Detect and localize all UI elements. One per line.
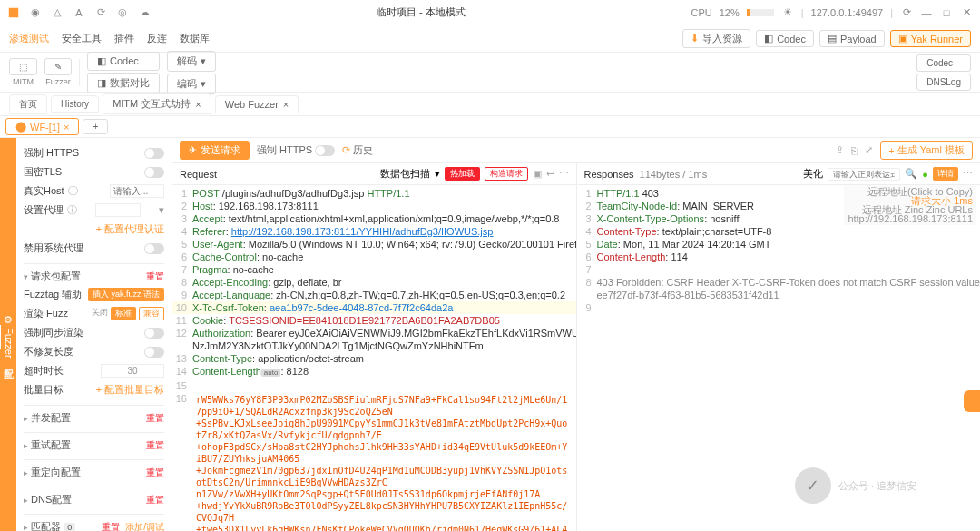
codec-button[interactable]: ◧Codec [756, 30, 814, 47]
batch-target-button[interactable]: + 配置批量目标 [96, 383, 164, 397]
expand-icon[interactable]: ⤢ [865, 144, 873, 156]
menu-sectools[interactable]: 安全工具 [62, 32, 102, 45]
real-host-input[interactable] [110, 184, 164, 198]
reset-link[interactable]: 重置 [146, 412, 164, 425]
section-action[interactable]: 重置 [102, 521, 120, 532]
fuzzer-tool[interactable]: ✎ [44, 58, 72, 75]
menu-pentest[interactable]: 渗透测试 [9, 32, 49, 45]
top-menu: 渗透测试 安全工具 插件 反连 数据库 ⬇导入资源 ◧Codec ▤Payloa… [0, 25, 980, 53]
share-icon[interactable]: ⇪ [836, 144, 844, 156]
sync-render-toggle[interactable] [144, 328, 164, 339]
timeout-input[interactable] [101, 364, 164, 378]
history-button[interactable]: ⟳历史 [342, 143, 373, 157]
image-icon[interactable]: ▣ [533, 168, 542, 180]
loop-icon[interactable]: ⟳ [94, 6, 107, 19]
hotload-button[interactable]: 热加载 [445, 167, 480, 181]
no-fix-len-toggle[interactable] [144, 347, 164, 358]
yak-runner-button[interactable]: ▣Yak Runner [890, 30, 971, 47]
tab-close-icon[interactable]: × [283, 99, 289, 110]
response-stats: 114bytes / 1ms [640, 169, 708, 180]
cloud-icon[interactable]: ☁ [138, 6, 151, 19]
datadiff-tool[interactable]: ◨数据对比 [87, 73, 160, 93]
maximize-icon[interactable]: □ [940, 6, 953, 19]
close-icon[interactable]: ✕ [960, 6, 973, 19]
chevron-right-icon[interactable]: ▸ [24, 414, 28, 423]
guomi-tls-toggle[interactable] [144, 167, 164, 178]
subtab-add[interactable]: + [83, 119, 108, 134]
toolbar: ⬚MITM ✎Fuzzer ◧Codec ◨数据对比 解码▾ 编码▾ Codec… [0, 53, 980, 93]
refresh-icon[interactable]: ⟳ [900, 6, 913, 19]
wrap-icon[interactable]: ↩ [546, 168, 554, 180]
proxy-auth-link[interactable]: + 配置代理认证 [96, 222, 164, 236]
section-action[interactable]: 添加/调试 [125, 521, 164, 532]
tab-history[interactable]: History [51, 95, 99, 113]
construct-req-button[interactable]: 构造请求 [485, 167, 528, 181]
titlebar: ◉ △ A ⟳ ◎ ☁ 临时项目 - 本地模式 CPU 12% ☀ | 127.… [0, 0, 980, 25]
camera-icon[interactable]: ◎ [116, 6, 129, 19]
cpu-value: 12% [720, 7, 740, 18]
proxy-input[interactable] [95, 203, 141, 217]
response-pane: Responses 114bytes / 1ms 美化 🔍 ● 详情 ⋯ 远程地… [577, 163, 981, 531]
tab-webfuzzer[interactable]: Web Fuzzer× [215, 95, 299, 113]
chevron-right-icon[interactable]: ▸ [24, 523, 28, 531]
proxy-label: 设置代理ⓘ [24, 203, 77, 217]
search-icon[interactable]: 🔍 [905, 168, 917, 180]
chevron-down-icon[interactable]: ▾ [435, 168, 440, 180]
reset-link[interactable]: 重置 [146, 467, 164, 479]
menu-plugins[interactable]: 插件 [114, 32, 134, 45]
dnslog-tool[interactable]: DNSLog [916, 74, 971, 91]
bell-icon[interactable]: △ [51, 6, 64, 19]
encode-tool[interactable]: 编码▾ [167, 74, 216, 94]
chevron-right-icon[interactable]: ▸ [24, 468, 28, 477]
force-https-toggle-2[interactable] [315, 145, 335, 156]
regex-search-input[interactable] [828, 168, 900, 181]
shield-icon[interactable]: ◉ [29, 6, 42, 19]
rail-rules[interactable]: ▤规则 [0, 325, 1, 349]
copy-icon[interactable]: ⎘ [851, 145, 858, 156]
sun-icon[interactable]: ☀ [781, 6, 794, 19]
beautify-label[interactable]: 美化 [803, 167, 823, 181]
codec-tool[interactable]: ◧Codec [87, 52, 160, 71]
minimize-icon[interactable]: — [920, 6, 933, 19]
response-title: Responses [584, 169, 634, 180]
left-rail: ⚙Fuzzer 配置 ▤规则 [0, 138, 16, 531]
insert-fuzz-button[interactable]: 插入 yak.fuzz 语法 [88, 288, 164, 301]
menu-database[interactable]: 数据库 [180, 32, 210, 45]
menu-reverse[interactable]: 反连 [147, 32, 167, 45]
force-https-toggle[interactable] [144, 148, 164, 159]
tab-home[interactable]: 首页 [9, 94, 47, 114]
more-icon[interactable]: ⋯ [963, 168, 973, 180]
sys-proxy-toggle[interactable] [144, 243, 164, 254]
reset-link[interactable]: 重置 [146, 270, 164, 283]
chevron-down-icon[interactable]: ▾ [159, 204, 164, 216]
addr: 127.0.0.1:49497 [811, 7, 884, 18]
codec-tool-right[interactable]: Codec [916, 54, 971, 72]
cpu-label: CPU [691, 7, 711, 18]
request-pane: Request 数据包扫描▾ 热加载 构造请求 ▣ ↩ ⋯ 1POST /plu… [172, 163, 577, 531]
send-request-button[interactable]: ✈发送请求 [180, 141, 250, 160]
reset-link[interactable]: 重置 [146, 439, 164, 452]
subtab-wf1[interactable]: ⬤WF-[1]× [5, 118, 79, 135]
request-editor[interactable]: 1POST /plugins/adhufDg3/adhufDg3.jsp HTT… [172, 185, 576, 531]
rail-fuzzer-config[interactable]: ⚙Fuzzer 配置 [1, 309, 16, 367]
more-icon[interactable]: ⋯ [559, 168, 569, 180]
detail-button[interactable]: 详情 [933, 167, 958, 181]
chevron-down-icon[interactable]: ▾ [24, 272, 28, 281]
send-icon: ✈ [189, 144, 197, 156]
decode-tool[interactable]: 解码▾ [167, 51, 216, 72]
mitm-tool[interactable]: ⬚ [9, 58, 37, 75]
chevron-right-icon[interactable]: ▸ [24, 496, 28, 505]
force-https-inline: 强制 HTTPS [257, 143, 335, 157]
lightning-icon[interactable]: A [73, 6, 85, 19]
check-icon[interactable]: ● [922, 169, 928, 180]
subtab-close-icon[interactable]: × [64, 122, 69, 133]
response-editor[interactable]: 远程地址(Click to Copy) 请求大小 1ms 远程地址 Zinc Z… [577, 185, 981, 531]
tab-mitm[interactable]: MITM 交互式劫持× [103, 93, 211, 114]
chevron-right-icon[interactable]: ▸ [24, 441, 28, 450]
payload-button[interactable]: ▤Payload [819, 30, 885, 47]
tab-close-icon[interactable]: × [195, 99, 201, 110]
gen-yaml-button[interactable]: +生成 Yaml 模板 [880, 141, 973, 160]
reset-link[interactable]: 重置 [146, 494, 164, 506]
mascot-icon[interactable] [964, 390, 980, 412]
import-resource-button[interactable]: ⬇导入资源 [682, 29, 750, 48]
